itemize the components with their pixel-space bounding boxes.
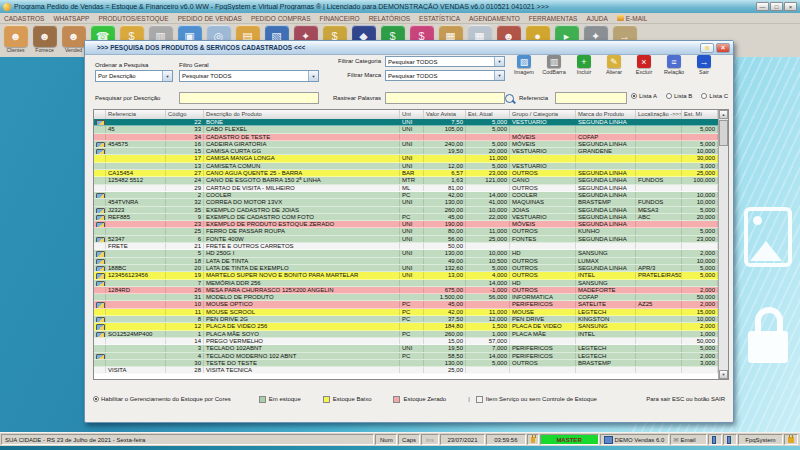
header-marca[interactable]: Marca do Produto <box>576 110 636 119</box>
table-row[interactable]: 15 CAMISA CURTA GG 19,50 20,000 VESTUARI… <box>94 148 718 155</box>
table-row[interactable]: 45 33 CABO FLEXEL UNI 105,00 5,000 5,000 <box>94 126 718 133</box>
scroll-up-icon[interactable]: ▲ <box>719 110 728 119</box>
radio-icon[interactable] <box>93 396 99 402</box>
screen-icon[interactable] <box>723 434 737 445</box>
filtro-geral-select[interactable]: Pesquisar TODOS ▼ <box>179 70 319 82</box>
table-row[interactable]: J2323 35 EXEMPLO CADASTRO DE JOIAS 260,0… <box>94 207 718 214</box>
lista-radio-option[interactable]: Lista C <box>701 93 728 99</box>
dialog-close-button[interactable]: × <box>716 43 730 53</box>
cell-est-atual: 57,000 <box>466 338 510 344</box>
menu-item[interactable]: FERRAMENTAS <box>529 15 578 22</box>
table-row[interactable]: 8 PEN DRIVE 2G PC 37,50 12,000 PEN DRIVE… <box>94 316 718 323</box>
chevron-down-icon[interactable]: ▼ <box>494 57 504 66</box>
filtrar-marca-select[interactable]: Pesquisar TODOS ▼ <box>385 70 505 81</box>
table-row[interactable]: 188BC 20 LATA DE TINTA DE EXEMPLO UNI 13… <box>94 265 718 272</box>
table-row[interactable]: VISITA 28 VISITA TECNICA 25,00 <box>94 367 718 374</box>
printer-icon[interactable] <box>708 434 722 445</box>
filtrar-categoria-select[interactable]: Pesquisar TODOS ▼ <box>385 56 505 67</box>
menu-item[interactable]: ESTATÍSTICA <box>419 15 460 22</box>
table-row[interactable]: 5 HD 250G I UNI 130,00 10,000 HD SANSUNG… <box>94 250 718 257</box>
lista-radio-option[interactable]: Lista B <box>666 93 692 99</box>
table-row[interactable]: 3 TECLADO 102ABNT UNI 19,50 7,000 PERIFE… <box>94 345 718 352</box>
header-referencia[interactable]: Referencia <box>106 110 166 119</box>
status-email-button[interactable]: ✉Email <box>670 434 707 445</box>
alterar-button[interactable]: ✎ Alterar <box>599 55 629 75</box>
header-uni[interactable]: Uni <box>400 110 424 119</box>
referencia-input[interactable] <box>555 92 627 104</box>
table-row[interactable]: 23 EXEMPLO DE PRODUTO ESTOQUE ZERADO UNI… <box>94 221 718 228</box>
lista-radio-option[interactable]: Lista A <box>631 93 657 99</box>
menu-item[interactable]: PEDIDO DE VENDAS <box>178 15 242 22</box>
toolbar-clientes[interactable]: ☻ Clientes <box>1 25 30 57</box>
table-row[interactable]: 2 COOLER PC 42,00 14,000 COOLER SEGUNDA … <box>94 192 718 199</box>
vertical-scrollbar[interactable]: ▲ ▼ <box>718 110 728 379</box>
table-row[interactable]: 17 CAMISA MANGA LONGA UNI 11,000 30,000 <box>94 155 718 162</box>
header-grupo-categoria[interactable]: Grupo / Categoria <box>510 110 576 119</box>
menu-item[interactable]: AGENDAMENTO <box>469 15 520 22</box>
menu-item[interactable]: RELATÓRIOS <box>369 15 410 22</box>
ordenar-select[interactable]: Por Descrição ▼ <box>95 70 173 82</box>
menu-item[interactable]: WHATSAPP <box>53 15 89 22</box>
dialog-help-button[interactable] <box>700 43 714 53</box>
menu-item[interactable]: PRODUTOS/ESTOQUE <box>98 15 168 22</box>
relacao-button[interactable]: ≡ Relação <box>659 55 689 75</box>
radio-icon[interactable] <box>666 93 672 99</box>
table-row[interactable]: 18 LATA DE TINTA 49,00 10,500 OUTROS LUM… <box>94 258 718 265</box>
chevron-down-icon[interactable]: ▼ <box>162 71 172 81</box>
table-row[interactable]: 11 MOUSE SCROOL PC 42,00 11,000 MOUSE LE… <box>94 309 718 316</box>
pesquisar-descricao-input[interactable] <box>179 92 319 104</box>
table-row[interactable]: REF885 9 EXEMPLO DE CADASTRO COM FOTO PC… <box>94 214 718 221</box>
table-row[interactable]: 123456123456 19 MARTELO SUPER NOVO E BON… <box>94 272 718 279</box>
table-row[interactable]: 454575 16 CADEIRA GIRATORIA UNI 240,00 5… <box>94 141 718 148</box>
incluir-button[interactable]: + Incluir <box>569 55 599 75</box>
table-row[interactable]: 14 PREGO VERMELHO 15,00 57,000 50,000 <box>94 338 718 345</box>
cell-est-atual: 14,000 <box>466 280 510 286</box>
menu-item[interactable]: AJUDA <box>586 15 607 22</box>
table-row[interactable]: 52347 6 FONTE 400W UNI 56,00 25,000 FONT… <box>94 236 718 243</box>
table-row[interactable]: 29 CARTAO DE VISITA - MILHEIRO ML 81,00 … <box>94 185 718 192</box>
chevron-down-icon[interactable]: ▼ <box>308 71 318 81</box>
table-row[interactable]: 1284RD 26 MESA PARA CHURRASCO 125X200 AN… <box>94 287 718 294</box>
radio-icon[interactable] <box>631 93 637 99</box>
menu-item[interactable]: E-MAIL <box>617 15 648 22</box>
table-row[interactable]: 10 MOUSE OPTICO PC 45,00 PERIFERICOS SAT… <box>94 301 718 308</box>
table-row[interactable]: 34 CADASTRO DE TESTE MÓVEIS COFAP <box>94 134 718 141</box>
table-row[interactable]: 125482 5512 24 CANO DE ESGOTO BARRA 150 … <box>94 177 718 184</box>
header-est-atual[interactable]: Est. Atual <box>466 110 510 119</box>
app-icon <box>3 3 11 11</box>
chevron-down-icon[interactable]: ▼ <box>494 71 504 80</box>
header-descricao[interactable]: Descrição do Produto <box>204 110 400 119</box>
table-row[interactable]: CA15454 27 CANO AGUA QUENTE 25 - BARRA B… <box>94 170 718 177</box>
table-row[interactable]: 31 MODELO DE PRODUTO 1.500,00 56,000 INF… <box>94 294 718 301</box>
table-row[interactable]: 25 FERRO DE PASSAR ROUPA UNI 80,00 11,00… <box>94 228 718 235</box>
scroll-down-icon[interactable]: ▼ <box>719 370 728 379</box>
table-row[interactable]: 454TVNRA 32 CORREA DO MOTOR 13VX UNI 130… <box>94 199 718 206</box>
maximize-button[interactable]: □ <box>770 2 783 11</box>
radio-icon[interactable] <box>701 93 707 99</box>
table-row[interactable]: SO12524MP400 1 PLACA MÃE SOYO PC 260,00 … <box>94 331 718 338</box>
header-localizacao[interactable]: Localização ->>> <box>636 110 682 119</box>
minimize-button[interactable]: — <box>756 2 769 11</box>
toolbar-fornecedores[interactable]: ☻ Fornece <box>30 25 59 57</box>
table-row[interactable]: 7 MEMÓRIA DDR 256 14,000 HD SANSUNG <box>94 280 718 287</box>
table-row[interactable]: 22 BONE UNI 7,50 5,000 VESTUARIO SEGUNDA… <box>94 119 718 126</box>
menu-item[interactable]: CADASTROS <box>4 15 44 22</box>
table-row[interactable]: 12 PLACA DE VIDEO 256 184,80 1,500 PLACA… <box>94 323 718 330</box>
table-row[interactable]: 13 CAMISETA COMUN UNI 12,00 5,000 VESTUA… <box>94 163 718 170</box>
table-row[interactable]: FRETE 21 FRETE E OUTROS CARRETOS 50,00 <box>94 243 718 250</box>
close-button[interactable]: × <box>784 2 797 11</box>
table-row[interactable]: 30 TESTE DO TESTE 130,00 5,000 OUTROS BR… <box>94 360 718 367</box>
header-est-minimo[interactable]: Est. Mí <box>682 110 718 119</box>
menu-item[interactable]: FINANCEIRO <box>320 15 360 22</box>
codbarra-button[interactable]: ▥ CodBarra <box>539 55 569 75</box>
table-row[interactable]: 4 TECLADO MODERNO 102 ABNT PC 58,50 14,0… <box>94 353 718 360</box>
imagem-button[interactable]: ▨ Imagem <box>509 55 539 75</box>
rastrear-input[interactable] <box>385 92 505 104</box>
header-valor-avista[interactable]: Valor Avista <box>424 110 466 119</box>
sair-button[interactable]: → Sair <box>689 55 719 75</box>
header-codigo[interactable]: Código <box>166 110 204 119</box>
scrollbar-thumb[interactable] <box>719 120 728 146</box>
color-management-toggle[interactable]: Habilitar o Gerenciamento do Estoque por… <box>93 396 231 402</box>
excluir-button[interactable]: × Excluir <box>629 55 659 75</box>
menu-item[interactable]: PEDIDO COMPRAS <box>251 15 311 22</box>
